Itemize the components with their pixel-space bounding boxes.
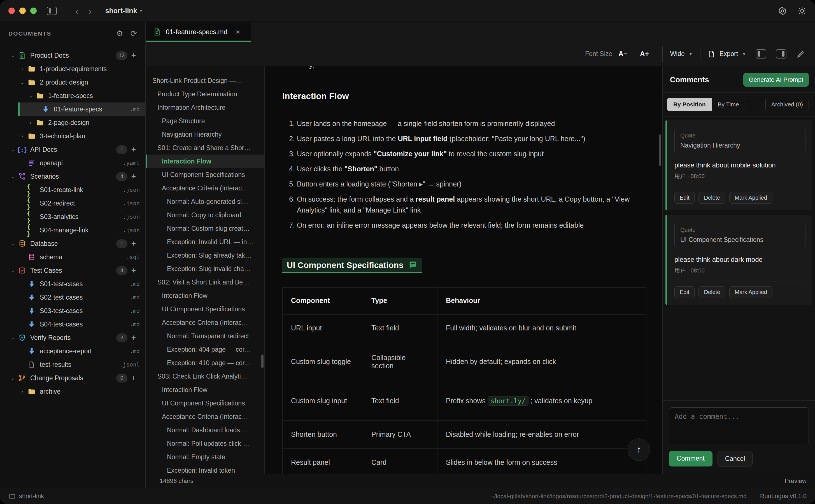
toggle-left-panel-icon[interactable] [756,49,766,59]
sidebar-toggle-icon[interactable] [47,7,57,15]
project-name[interactable]: short-link [19,493,44,500]
sidebar-item-s03-test-cases[interactable]: S03-test-cases.md [0,304,145,318]
sidebar-item-2-product-design[interactable]: ⌄2-product-design [0,76,145,89]
mark-applied-comment-button[interactable]: Mark Applied [729,192,772,204]
nav-back-icon[interactable]: ‹ [70,6,83,16]
add-item-icon[interactable]: + [127,374,140,383]
submit-comment-button[interactable]: Comment [669,451,712,466]
nav-forward-icon[interactable]: › [83,6,97,16]
toc-item[interactable]: Exception: Invalid token [146,464,264,474]
chevron-down-icon[interactable]: ⌄ [8,147,17,153]
font-increase-button[interactable]: A+ [634,50,655,58]
toc-item[interactable]: Normal: Dashboard loads … [146,423,264,437]
toc-item-active[interactable]: Interaction Flow [146,155,264,168]
toc-item[interactable]: Exception: Slug already tak… [146,249,264,262]
sidebar-item-acceptance-report[interactable]: acceptance-report.md [0,344,145,358]
toc-item[interactable]: S01: Create and Share a Shor… [146,141,264,155]
sidebar-item-s02-redirect[interactable]: { }S02-redirect.json [0,197,145,210]
chevron-down-icon[interactable]: ⌄ [8,241,17,247]
archived-button[interactable]: Archived (0) [765,98,809,111]
toc-item[interactable]: UI Component Specifications [146,302,264,316]
sidebar-item-s04-manage-link[interactable]: { }S04-manage-link.json [0,223,145,237]
chevron-right-icon[interactable]: › [17,133,27,139]
sidebar-group-scenarios[interactable]: ⌄Scenarios4+ [0,170,145,183]
sidebar-item-01-feature-specs[interactable]: 01-feature-specs.md [0,102,145,116]
sidebar-item-s02-test-cases[interactable]: S02-test-cases.md [0,291,145,304]
toc-item[interactable]: Short-Link Product Design —… [146,74,264,87]
scroll-to-top-button[interactable]: ↑ [628,438,650,461]
toc-item[interactable]: Acceptance Criteria (Interac… [146,410,264,423]
toc-item[interactable]: Normal: Auto-generated sl… [146,195,264,208]
sidebar-group-verify-reports[interactable]: ⌄Verify Reports2+ [0,331,145,344]
tab-close-icon[interactable]: × [236,28,240,36]
edit-pencil-icon[interactable] [796,50,805,59]
add-item-icon[interactable]: + [127,266,140,275]
sidebar-item-3-technical-plan[interactable]: ›3-technical-plan [0,129,145,143]
close-window-button[interactable] [8,8,15,14]
theme-toggle-sun-icon[interactable] [798,6,807,15]
tab-by-position[interactable]: By Position [667,98,712,111]
sidebar-group-change-proposals[interactable]: ⌄Change Proposals0+ [0,371,145,385]
chevron-right-icon[interactable]: › [17,66,27,72]
export-dropdown[interactable]: Export▼ [708,50,746,58]
sidebar-refresh-icon[interactable]: ⟳ [131,29,137,38]
generate-ai-prompt-button[interactable]: Generate AI Prompt [743,73,809,87]
sidebar-item-1-feature-specs[interactable]: ⌄1-feature-specs [0,89,145,102]
chevron-down-icon[interactable]: ⌄ [26,93,35,99]
sidebar-group-database[interactable]: ⌄Database1+ [0,237,145,250]
sidebar-item-1-product-requirements[interactable]: ›1-product-requirements [0,62,145,76]
edit-comment-button[interactable]: Edit [674,286,695,298]
delete-comment-button[interactable]: Delete [698,192,725,204]
commented-heading-highlight[interactable]: UI Component Specifications [282,258,422,273]
font-decrease-button[interactable]: A− [612,50,634,58]
cancel-comment-button[interactable]: Cancel [718,451,753,466]
sidebar-item-openapi[interactable]: openapi.yaml [0,156,145,170]
toc-item[interactable]: Exception: Slug invalid cha… [146,262,264,276]
add-item-icon[interactable]: + [127,145,140,154]
chevron-down-icon[interactable]: ⌄ [17,80,27,85]
toc-item[interactable]: Normal: Poll updates click … [146,437,264,450]
sidebar-item-schema[interactable]: schema.sql [0,250,145,264]
toc-item[interactable]: Normal: Empty state [146,450,264,464]
minimize-window-button[interactable] [19,8,26,14]
sidebar-item-archive[interactable]: ›archive [0,385,145,398]
toc-item[interactable]: Information Architecture [146,101,264,114]
add-item-icon[interactable]: + [127,239,140,248]
add-item-icon[interactable]: + [127,172,140,181]
tab-by-time[interactable]: By Time [712,98,745,111]
settings-gear-icon[interactable] [778,6,787,15]
chevron-right-icon[interactable]: › [26,120,35,125]
chevron-down-icon[interactable]: ⌄ [8,268,17,274]
sidebar-item-s01-create-link[interactable]: { }S01-create-link.json [0,183,145,197]
sidebar-group-product-docs[interactable]: ⌄Product Docs12+ [0,49,145,62]
sidebar-settings-icon[interactable]: ⚙ [116,29,123,38]
sidebar-group-test-cases[interactable]: ⌄Test Cases4+ [0,264,145,277]
toc-item[interactable]: Exception: Invalid URL — in… [146,235,264,249]
toc-item[interactable]: Interaction Flow [146,383,264,396]
toc-item[interactable]: Acceptance Criteria (Interac… [146,181,264,195]
toc-item[interactable]: UI Component Specifications [146,396,264,410]
comment-textarea[interactable] [669,407,809,444]
toc-item[interactable]: Acceptance Criteria (Interac… [146,316,264,329]
toc-item[interactable]: S02: Visit a Short Link and Be… [146,276,264,289]
chevron-down-icon[interactable]: ⌄ [8,174,17,179]
chevron-right-icon[interactable]: › [17,389,27,394]
chevron-down-icon[interactable]: ⌄ [8,335,17,341]
toc-item[interactable]: Product Type Determination [146,87,264,101]
sidebar-item-s03-analytics[interactable]: { }S03-analytics.json [0,210,145,223]
sidebar-item-s04-test-cases[interactable]: S04-test-cases.md [0,318,145,331]
toc-item[interactable]: S03: Check Link Click Analyti… [146,370,264,383]
delete-comment-button[interactable]: Delete [698,286,725,298]
mark-applied-comment-button[interactable]: Mark Applied [729,286,772,298]
tab-01-feature-specs[interactable]: 01-feature-specs.md × [146,22,251,42]
toc-item[interactable]: Exception: 404 page — cor… [146,343,264,356]
sidebar-item-s01-test-cases[interactable]: S01-test-cases.md [0,277,145,291]
chevron-down-icon[interactable]: ⌄ [8,53,17,59]
add-item-icon[interactable]: + [127,51,140,60]
content-scrollbar[interactable] [659,134,661,166]
preview-mode-label[interactable]: Preview [785,477,807,485]
toc-item[interactable]: Navigation Hierarchy [146,128,264,141]
sidebar-item-2-page-design[interactable]: ›2-page-design [0,116,145,129]
chevron-down-icon[interactable]: ⌄ [8,375,17,381]
edit-comment-button[interactable]: Edit [674,192,695,204]
